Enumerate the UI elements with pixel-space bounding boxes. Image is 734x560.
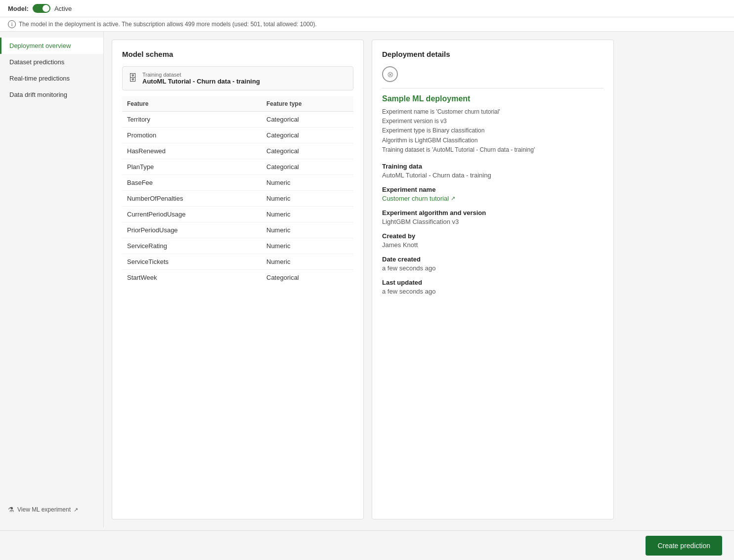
feature-type: Categorical — [261, 270, 353, 286]
table-row: CurrentPeriodUsageNumeric — [122, 207, 353, 222]
detail-section-label: Created by — [382, 232, 604, 240]
feature-type: Categorical — [261, 143, 353, 159]
info-message: The model in the deployment is active. T… — [19, 21, 317, 28]
feature-name: NumberOfPenalties — [122, 191, 261, 207]
external-link-icon: ↗ — [451, 195, 455, 202]
detail-section-label: Experiment name — [382, 186, 604, 193]
table-row: TerritoryCategorical — [122, 112, 353, 128]
bottom-bar: Create prediction — [0, 530, 734, 560]
sidebar-nav: Deployment overview Dataset predictions … — [0, 38, 103, 103]
training-dataset-info: Training dataset AutoML Tutorial - Churn… — [142, 72, 260, 85]
table-row: NumberOfPenaltiesNumeric — [122, 191, 353, 207]
training-dataset-name: AutoML Tutorial - Churn data - training — [142, 78, 260, 85]
detail-section: Created byJames Knott — [382, 232, 604, 249]
feature-name: HasRenewed — [122, 143, 261, 159]
feature-type: Numeric — [261, 207, 353, 222]
table-row: PlanTypeCategorical — [122, 159, 353, 175]
feature-type: Numeric — [261, 222, 353, 238]
detail-section: Training dataAutoML Tutorial - Churn dat… — [382, 163, 604, 179]
detail-sections: Training dataAutoML Tutorial - Churn dat… — [382, 163, 604, 295]
feature-type: Numeric — [261, 175, 353, 191]
divider — [382, 88, 604, 88]
model-toggle[interactable] — [33, 4, 50, 13]
sidebar-item-dataset-predictions[interactable]: Dataset predictions — [0, 54, 103, 70]
feature-type: Numeric — [261, 238, 353, 254]
table-row: PriorPeriodUsageNumeric — [122, 222, 353, 238]
feature-type: Categorical — [261, 128, 353, 143]
table-row: StartWeekCategorical — [122, 270, 353, 286]
detail-section-value: a few seconds ago — [382, 264, 604, 272]
info-bar: i The model in the deployment is active.… — [0, 17, 734, 32]
feature-type: Numeric — [261, 254, 353, 270]
database-icon: 🗄 — [129, 73, 137, 84]
description-line: Algorithm is LightGBM Classification — [382, 136, 604, 145]
sidebar-bottom: ⚗ View ML experiment ↗ — [0, 498, 103, 521]
model-status-bar: Model: Active — [0, 0, 734, 17]
feature-name: BaseFee — [122, 175, 261, 191]
model-label: Model: — [8, 5, 29, 12]
model-schema-title: Model schema — [122, 50, 353, 58]
view-ml-experiment-button[interactable]: ⚗ View ML experiment ↗ — [8, 506, 78, 514]
training-dataset-label: Training dataset — [142, 72, 260, 78]
feature-name: ServiceTickets — [122, 254, 261, 270]
feature-name: Promotion — [122, 128, 261, 143]
flask-icon: ⚗ — [8, 506, 14, 514]
deployment-icon: ⊗ — [382, 66, 398, 82]
feature-type: Categorical — [261, 159, 353, 175]
detail-section-label: Last updated — [382, 279, 604, 286]
deployment-details-title: Deployment details — [382, 50, 604, 58]
table-row: ServiceTicketsNumeric — [122, 254, 353, 270]
column-header-feature: Feature — [122, 96, 261, 112]
detail-section-value: James Knott — [382, 241, 604, 249]
feature-name: PlanType — [122, 159, 261, 175]
model-schema-panel: Model schema 🗄 Training dataset AutoML T… — [112, 40, 364, 519]
training-dataset-header: 🗄 Training dataset AutoML Tutorial - Chu… — [122, 66, 353, 90]
detail-section: Experiment algorithm and versionLightGBM… — [382, 209, 604, 225]
feature-type: Numeric — [261, 191, 353, 207]
sidebar-item-deployment-overview[interactable]: Deployment overview — [0, 38, 103, 54]
detail-section-value: AutoML Tutorial - Churn data - training — [382, 172, 604, 179]
table-row: ServiceRatingNumeric — [122, 238, 353, 254]
detail-section: Experiment nameCustomer churn tutorial↗ — [382, 186, 604, 202]
table-row: HasRenewedCategorical — [122, 143, 353, 159]
feature-name: ServiceRating — [122, 238, 261, 254]
detail-description: Experiment name is 'Customer churn tutor… — [382, 107, 604, 155]
description-line: Experiment version is v3 — [382, 117, 604, 126]
sidebar: Deployment overview Dataset predictions … — [0, 32, 104, 527]
feature-table: Feature Feature type TerritoryCategorica… — [122, 96, 353, 285]
feature-name: StartWeek — [122, 270, 261, 286]
detail-section-label: Training data — [382, 163, 604, 170]
table-row: PromotionCategorical — [122, 128, 353, 143]
external-link-icon: ↗ — [74, 507, 78, 513]
content-area: Model schema 🗄 Training dataset AutoML T… — [104, 32, 734, 527]
deployment-name: Sample ML deployment — [382, 94, 604, 103]
detail-section-link[interactable]: Customer churn tutorial↗ — [382, 195, 604, 202]
feature-name: PriorPeriodUsage — [122, 222, 261, 238]
detail-section-label: Date created — [382, 256, 604, 263]
sidebar-item-data-drift-monitoring[interactable]: Data drift monitoring — [0, 86, 103, 103]
description-line: Experiment name is 'Customer churn tutor… — [382, 107, 604, 117]
column-header-feature-type: Feature type — [261, 96, 353, 112]
main-layout: Deployment overview Dataset predictions … — [0, 32, 734, 527]
description-line: Experiment type is Binary classification — [382, 126, 604, 135]
toggle-state-label: Active — [54, 5, 72, 12]
detail-section-label: Experiment algorithm and version — [382, 209, 604, 216]
feature-name: Territory — [122, 112, 261, 128]
detail-section: Last updateda few seconds ago — [382, 279, 604, 295]
view-experiment-label: View ML experiment — [17, 506, 71, 513]
create-prediction-button[interactable]: Create prediction — [646, 536, 722, 556]
sidebar-item-realtime-predictions[interactable]: Real-time predictions — [0, 70, 103, 86]
deployment-details-panel: Deployment details ⊗ Sample ML deploymen… — [372, 40, 614, 519]
description-line: Training dataset is 'AutoML Tutorial - C… — [382, 145, 604, 155]
feature-type: Categorical — [261, 112, 353, 128]
detail-section-value: LightGBM Classification v3 — [382, 218, 604, 225]
detail-section-value: a few seconds ago — [382, 288, 604, 295]
info-icon: i — [8, 20, 16, 28]
table-row: BaseFeeNumeric — [122, 175, 353, 191]
detail-section: Date createda few seconds ago — [382, 256, 604, 272]
feature-name: CurrentPeriodUsage — [122, 207, 261, 222]
